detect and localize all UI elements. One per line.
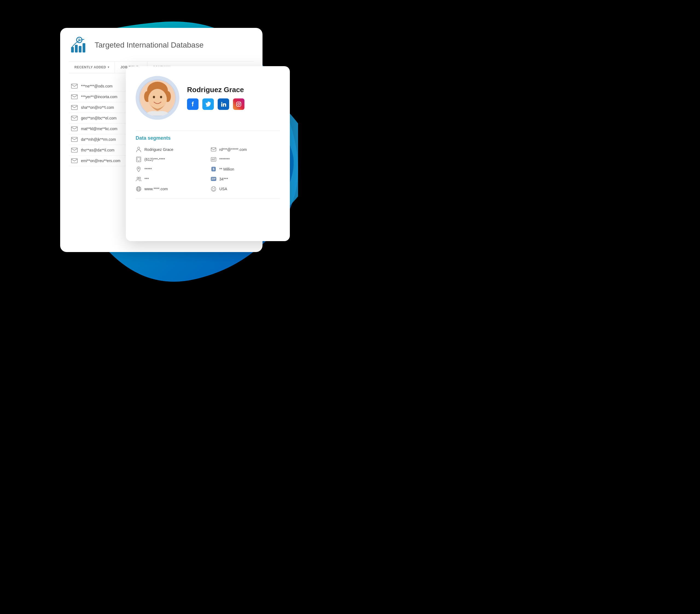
email-address: tho**as@da**il.com [81,148,114,152]
svg-rect-4 [79,46,82,52]
profile-card: Rodriguez Grace [126,66,290,241]
website-value: www.****.com [145,187,168,191]
chevron-down-icon: ▾ [108,66,109,68]
email-icon [71,84,78,89]
email-address: ***ne***@ods.com [81,84,112,88]
svg-point-31 [138,168,139,169]
filter-recently-added[interactable]: RECENTLY ADDED ▾ [69,62,115,73]
country-value: USA [219,187,227,191]
country-icon [211,186,216,192]
profile-name: Rodriguez Grace [187,86,280,94]
data-row-id: ******* [211,156,280,162]
svg-rect-8 [71,105,77,110]
avatar-image [140,80,175,116]
email-address: mat**kl@me**kc.com [81,127,117,131]
twitter-icon[interactable] [202,98,214,110]
svg-point-35 [138,186,140,191]
email-address: geo**sn@bc**el.com [81,116,116,120]
revenue-value: ** Million [219,167,234,172]
data-row-email: rd***@*****.com [211,147,280,152]
email-icon [71,137,78,142]
phone-value: (612)***-**** [145,157,165,162]
svg-point-30 [212,159,214,160]
employees-icon [136,176,142,182]
location-icon [136,166,142,172]
email-address: ***yer**@incorta.com [81,95,117,99]
card-header: $ Targeted International Database [69,36,254,55]
svg-rect-11 [71,137,77,142]
svg-rect-12 [71,148,77,152]
filter-recently-added-label: RECENTLY ADDED [74,65,106,69]
svg-rect-27 [137,158,140,161]
website-icon [136,186,142,192]
zip-icon: ZIP [211,176,216,182]
phone-icon [136,156,142,162]
svg-rect-7 [71,95,77,99]
email-icon [71,148,78,152]
svg-rect-25 [211,148,216,151]
svg-point-24 [138,147,140,149]
svg-rect-13 [71,159,77,163]
svg-point-23 [240,102,240,103]
avatar [136,76,179,120]
page-title: Targeted International Database [95,40,204,50]
svg-point-18 [148,89,167,110]
svg-point-33 [139,177,140,179]
email-value: rd***@*****.com [219,147,247,152]
employees-value: *** [145,177,149,181]
facebook-icon[interactable] [187,98,199,110]
email-address: sha**on@ro**t.com [81,105,114,110]
email-address: emi**on@reu**ers.com [81,159,120,163]
svg-rect-9 [71,116,77,120]
svg-point-20 [160,96,162,98]
name-value: Rodriguez Grace [145,147,173,152]
social-icons [187,98,280,110]
data-row-location: ***** [136,166,205,172]
svg-point-32 [137,177,139,179]
person-icon [136,147,142,152]
profile-info: Rodriguez Grace [187,86,280,110]
svg-rect-6 [71,84,77,88]
svg-point-34 [136,186,141,191]
email-address: da**mh@jk**rm.com [81,137,116,142]
svg-point-19 [153,96,155,98]
email-icon [71,158,78,163]
email-icon [71,116,78,121]
data-row-country: USA [211,186,280,192]
instagram-icon[interactable] [233,98,245,110]
data-row-name: Rodriguez Grace [136,147,205,152]
id-icon [211,156,216,162]
dollar-badge: $ [211,167,216,172]
data-grid: Rodriguez Grace rd***@*****.com [136,147,280,192]
svg-rect-10 [71,127,77,131]
svg-point-22 [238,103,240,105]
id-value: ******* [219,157,230,162]
profile-top: Rodriguez Grace [136,76,280,125]
logo-icon: $ [69,36,88,55]
email-icon [71,126,78,131]
svg-point-37 [213,188,214,189]
data-row-phone: (612)***-**** [136,156,205,162]
svg-rect-5 [83,43,85,52]
dollar-icon: $ [211,166,216,172]
data-row-employees: *** [136,176,205,182]
zip-value: 34*** [219,177,228,181]
email-icon [211,147,216,152]
svg-point-28 [138,161,139,162]
email-icon [71,105,78,110]
linkedin-icon[interactable] [218,98,229,110]
data-row-zip: ZIP 34*** [211,176,280,182]
data-segments-title: Data segments [136,135,280,141]
location-value: ***** [145,167,152,172]
data-row-website: www.****.com [136,186,205,192]
zip-badge: ZIP [211,177,216,181]
data-row-revenue: $ ** Million [211,166,280,172]
svg-rect-3 [75,45,78,52]
email-icon [71,94,78,99]
